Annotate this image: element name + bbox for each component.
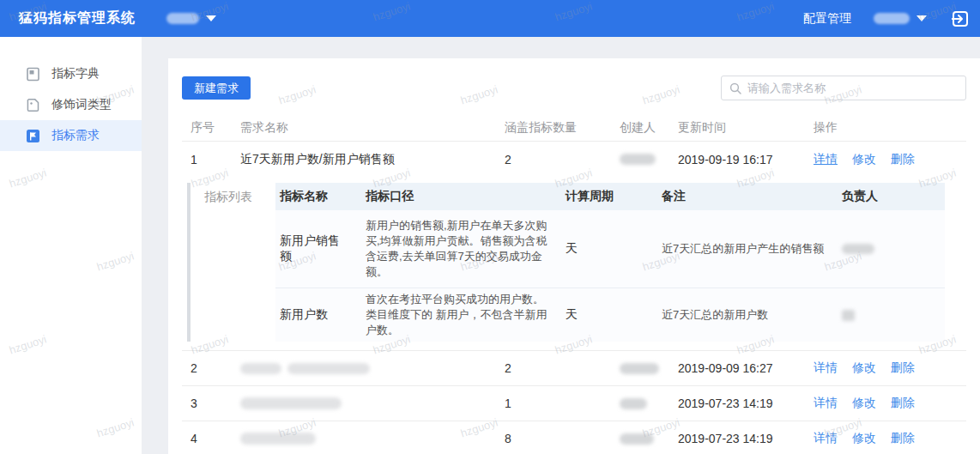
subtable-row: 新用户数 首次在考拉平台购买成功的用户数。类目维度下的 新用户，不包含半新用户数…: [275, 288, 945, 342]
delete-link[interactable]: 删除: [891, 152, 915, 166]
env-dropdown[interactable]: [166, 13, 216, 24]
delete-link[interactable]: 删除: [891, 396, 915, 409]
redacted-creator: [620, 433, 678, 445]
detail-link[interactable]: 详情: [814, 396, 838, 409]
subcol-remark: 备注: [657, 189, 838, 204]
redacted-creator: [620, 154, 678, 165]
header-right: 配置管理: [803, 9, 970, 28]
cell-seq: 1: [191, 153, 240, 166]
demand-table: 序号 需求名称 涵盖指标数量 创建人 更新时间 操作 1 近7天新用户数/新用户…: [182, 115, 966, 454]
cell-actions: 详情 修改 删除: [814, 360, 966, 376]
detail-link[interactable]: 详情: [814, 431, 838, 445]
col-updated: 更新时间: [678, 120, 814, 136]
edit-link[interactable]: 修改: [852, 152, 876, 166]
cell-updated: 2019-07-23 14:19: [678, 432, 814, 445]
cell-actions: 详情 修改 删除: [814, 152, 966, 167]
indicator-list-block: 指标列表 指标名称 指标口径 计算周期 备注 负责人 新用户销售额 新用户的销售…: [187, 183, 945, 342]
cell-count: 2: [505, 153, 620, 166]
modifier-tag-icon: [26, 98, 40, 112]
edit-link[interactable]: 修改: [852, 396, 876, 409]
table-header-row: 序号 需求名称 涵盖指标数量 创建人 更新时间 操作: [182, 115, 966, 142]
redacted-username: [874, 13, 910, 24]
logout-icon[interactable]: [951, 9, 970, 28]
dictionary-icon: [26, 67, 40, 82]
search-icon: [729, 82, 741, 94]
detail-link[interactable]: 详情: [814, 152, 838, 166]
cell-updated: 2019-09-09 16:27: [678, 361, 814, 375]
subtable-header-row: 指标名称 指标口径 计算周期 备注 负责人: [275, 183, 945, 210]
sidebar-item-indicator-demand[interactable]: 指标需求: [0, 120, 142, 151]
edit-link[interactable]: 修改: [852, 431, 876, 445]
col-actions: 操作: [814, 120, 966, 136]
col-creator: 创建人: [620, 120, 678, 136]
user-dropdown[interactable]: [874, 13, 927, 24]
config-management-link[interactable]: 配置管理: [803, 11, 851, 27]
delete-link[interactable]: 删除: [891, 431, 915, 445]
sidebar-item-label: 指标字典: [51, 66, 100, 82]
cell-updated: 2019-07-23 14:19: [678, 396, 814, 410]
delete-link[interactable]: 删除: [891, 360, 915, 374]
table-row: 2 2 2019-09-09 16:27 详情 修改 删除: [182, 351, 966, 386]
redacted-name: [240, 397, 505, 409]
redacted-env-name: [166, 13, 199, 24]
search-box[interactable]: [721, 76, 966, 100]
redacted-owner: [838, 244, 945, 254]
subcol-period: 计算周期: [561, 189, 657, 204]
cell-count: 8: [505, 432, 620, 445]
sidebar: 指标字典 修饰词类型 指标需求: [0, 37, 142, 454]
col-name: 需求名称: [240, 120, 505, 136]
table-row: 3 1 2019-07-23 14:19 详情 修改 删除: [182, 386, 966, 421]
sidebar-item-label: 指标需求: [51, 128, 100, 143]
app-header: 猛犸指标管理系统 配置管理: [0, 0, 980, 37]
edit-link[interactable]: 修改: [852, 360, 876, 374]
detail-link[interactable]: 详情: [814, 360, 838, 374]
redacted-name: [240, 433, 505, 445]
indicator-list-label: 指标列表: [191, 183, 275, 342]
cell-actions: 详情 修改 删除: [814, 431, 966, 446]
sidebar-item-modifier-types[interactable]: 修饰词类型: [0, 89, 142, 120]
cell-seq: 3: [191, 396, 240, 410]
subcol-owner: 负责人: [838, 189, 945, 204]
col-seq: 序号: [191, 120, 240, 136]
chevron-down-icon: [916, 15, 927, 21]
cell-seq: 4: [191, 432, 240, 445]
redacted-creator: [620, 398, 678, 409]
cell-actions: 详情 修改 删除: [814, 396, 966, 411]
cell-seq: 2: [191, 361, 240, 375]
toolbar: 新建需求: [182, 76, 966, 100]
cell-count: 1: [505, 396, 620, 410]
subcol-name: 指标名称: [275, 189, 361, 204]
subcol-caliber: 指标口径: [361, 189, 561, 204]
redacted-owner: [838, 310, 945, 321]
indicator-subtable: 指标名称 指标口径 计算周期 备注 负责人 新用户销售额 新用户的销售额,新用户…: [275, 183, 945, 342]
subtable-row: 新用户销售额 新用户的销售额,新用户在单天多次购买,均算做新用户贡献。销售额为含…: [275, 210, 945, 288]
cell-name: 近7天新用户数/新用户销售额: [240, 152, 505, 167]
row-group-expanded: 1 近7天新用户数/新用户销售额 2 2019-09-19 16:17 详情 修…: [182, 142, 966, 351]
chevron-down-icon: [206, 15, 216, 21]
sidebar-item-indicator-dictionary[interactable]: 指标字典: [0, 58, 142, 89]
redacted-creator: [620, 363, 678, 374]
col-count: 涵盖指标数量: [505, 120, 620, 136]
sidebar-item-label: 修饰词类型: [51, 97, 112, 112]
table-row: 4 8 2019-07-23 14:19 详情 修改 删除: [182, 421, 966, 454]
app-title: 猛犸指标管理系统: [19, 9, 136, 27]
table-row: 1 近7天新用户数/新用户销售额 2 2019-09-19 16:17 详情 修…: [182, 142, 966, 177]
redacted-name: [240, 363, 505, 374]
cell-updated: 2019-09-19 16:17: [678, 153, 814, 166]
new-demand-button[interactable]: 新建需求: [182, 76, 251, 100]
main-panel: 新建需求 序号 需求名称 涵盖指标数量 创建人 更新时间 操作 1 近7天新用户…: [168, 58, 980, 454]
demand-flag-icon: [26, 129, 40, 143]
cell-count: 2: [505, 361, 620, 375]
search-input[interactable]: [747, 82, 958, 94]
